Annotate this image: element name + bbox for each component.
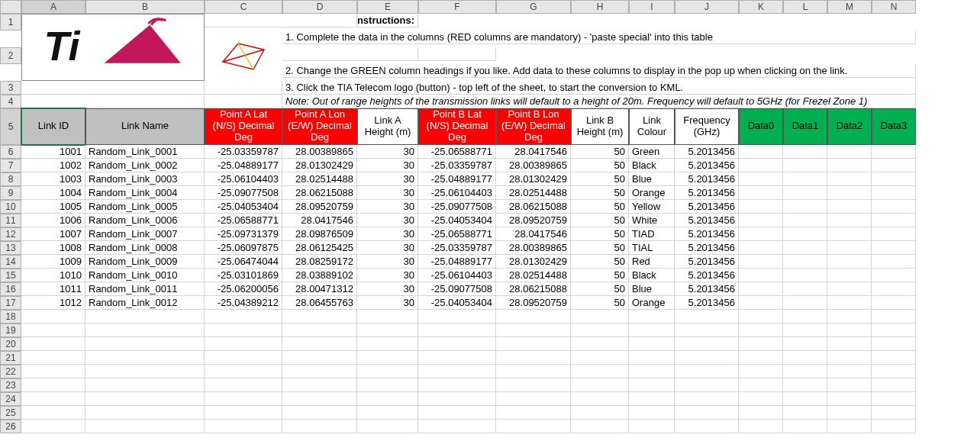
cell-empty-26-13[interactable] [872,420,916,433]
cell-blat-12[interactable]: -25.06588771 [418,227,496,241]
cell-freq-7[interactable]: 5.2013456 [675,159,739,172]
cell-empty-26-9[interactable] [675,420,739,433]
cell-empty-20-3[interactable] [282,337,357,351]
row-header-1[interactable]: 1 [0,14,21,31]
cell-alat-15[interactable]: -25.03101869 [205,269,282,282]
cell-bh-12[interactable]: 50 [571,227,629,241]
cell-empty-23-2[interactable] [205,378,282,392]
cell-empty-19-4[interactable] [357,324,418,337]
cell-data3-17[interactable] [872,296,916,310]
cell-empty-22-9[interactable] [675,365,739,378]
cell-empty-22-8[interactable] [629,365,675,378]
cell-empty-19-11[interactable] [783,324,827,337]
cell-data0-7[interactable] [739,159,783,172]
cell-empty-22-7[interactable] [571,365,629,378]
cell-blon-17[interactable]: 28.09520759 [496,296,571,310]
cell-link-id-15[interactable]: 1010 [21,269,85,282]
cell-empty-25-2[interactable] [205,406,282,420]
cell-data2-16[interactable] [827,282,872,296]
cell-empty-23-0[interactable] [21,378,85,392]
cell-empty-19-10[interactable] [739,324,783,337]
cell-blat-6[interactable]: -25.06588771 [418,145,496,159]
cell-empty-26-11[interactable] [783,420,827,433]
cell-empty-26-10[interactable] [739,420,783,433]
cell-data3-11[interactable] [872,214,916,227]
column-header-G[interactable]: G [496,0,571,14]
cell-empty-24-13[interactable] [872,392,916,406]
cell-data2-13[interactable] [827,241,872,255]
cell-blon-7[interactable]: 28.00389865 [496,159,571,172]
cell-blat-10[interactable]: -25.09077508 [418,200,496,214]
cell-empty-18-0[interactable] [21,310,85,324]
cell-ah-10[interactable]: 30 [357,200,418,214]
cell-link-name-9[interactable]: Random_Link_0004 [85,186,205,200]
cell-empty-26-5[interactable] [418,420,496,433]
cell-empty-22-10[interactable] [739,365,783,378]
cell-blat-16[interactable]: -25.09077508 [418,282,496,296]
cell-alat-12[interactable]: -25.09731379 [205,227,282,241]
cell-alon-7[interactable]: 28.01302429 [282,159,357,172]
cell-bh-8[interactable]: 50 [571,172,629,186]
row-header-24[interactable]: 24 [0,392,21,406]
cell-alat-17[interactable]: -25.04389212 [205,296,282,310]
header-data3[interactable]: Data3 [872,108,916,145]
cell-bh-16[interactable]: 50 [571,282,629,296]
cell-empty-24-2[interactable] [205,392,282,406]
cell-empty-19-1[interactable] [85,324,205,337]
cell-empty-20-9[interactable] [675,337,739,351]
cell-blon-8[interactable]: 28.01302429 [496,172,571,186]
cell-link-id-8[interactable]: 1003 [21,172,85,186]
cell-empty-21-13[interactable] [872,351,916,365]
cell-blon-13[interactable]: 28.00389865 [496,241,571,255]
cell-empty-19-0[interactable] [21,324,85,337]
cell-empty-23-9[interactable] [675,378,739,392]
cell-empty-20-8[interactable] [629,337,675,351]
cell-data3-8[interactable] [872,172,916,186]
header-data1[interactable]: Data1 [783,108,827,145]
cell-alon-8[interactable]: 28.02514488 [282,172,357,186]
cell-data1-9[interactable] [783,186,827,200]
cell-empty-23-12[interactable] [827,378,872,392]
cell-empty-21-0[interactable] [21,351,85,365]
cell-empty-22-6[interactable] [496,365,571,378]
cell-ah-17[interactable]: 30 [357,296,418,310]
cell-empty-19-13[interactable] [872,324,916,337]
cell-data1-6[interactable] [783,145,827,159]
cell-empty-25-9[interactable] [675,406,739,420]
cell-ah-6[interactable]: 30 [357,145,418,159]
column-header-B[interactable]: B [85,0,205,14]
cell-data1-14[interactable] [783,255,827,269]
cell-link-name-17[interactable]: Random_Link_0012 [85,296,205,310]
cell-data1-7[interactable] [783,159,827,172]
cell-empty-24-5[interactable] [418,392,496,406]
cell-empty-21-9[interactable] [675,351,739,365]
column-header-F[interactable]: F [418,0,496,14]
cell-empty-18-2[interactable] [205,310,282,324]
cell-empty-23-8[interactable] [629,378,675,392]
header-frequency[interactable]: Frequency (GHz) [675,108,739,145]
cell-link-name-16[interactable]: Random_Link_0011 [85,282,205,296]
cell-data0-17[interactable] [739,296,783,310]
cell-alat-8[interactable]: -25.06104403 [205,172,282,186]
cell-alon-9[interactable]: 28.06215088 [282,186,357,200]
cell-empty-20-6[interactable] [496,337,571,351]
row-header-5[interactable]: 5 [0,108,21,145]
cell-A2-B2[interactable] [282,47,418,61]
cell-empty-24-1[interactable] [85,392,205,406]
cell-empty-22-13[interactable] [872,365,916,378]
column-header-H[interactable]: H [571,0,629,14]
cell-empty-25-11[interactable] [783,406,827,420]
cell-colour-11[interactable]: White [629,214,675,227]
cell-C4[interactable] [205,95,282,108]
cell-empty-18-4[interactable] [357,310,418,324]
row-header-3[interactable]: 3 [0,81,21,95]
cell-empty-20-0[interactable] [21,337,85,351]
row-header-9[interactable]: 9 [0,186,21,200]
cell-ah-14[interactable]: 30 [357,255,418,269]
cell-link-id-12[interactable]: 1007 [21,227,85,241]
column-header-I[interactable]: I [629,0,675,14]
cell-data1-10[interactable] [783,200,827,214]
cell-data2-11[interactable] [827,214,872,227]
cell-freq-16[interactable]: 5.2013456 [675,282,739,296]
header-point-b-lat[interactable]: Point B Lat (N/S) Decimal Deg [418,108,496,145]
